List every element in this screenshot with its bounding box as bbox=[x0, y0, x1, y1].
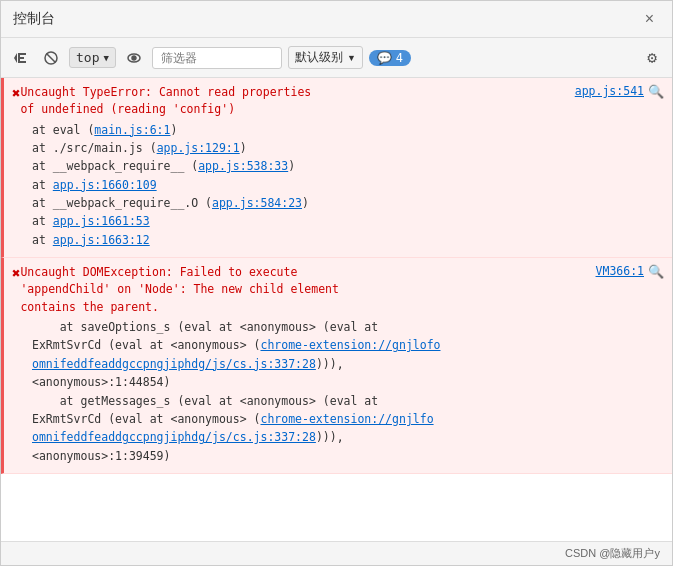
stack-link[interactable]: app.js:129:1 bbox=[157, 141, 240, 155]
error-block-1: ✖ Uncaught TypeError: Cannot read proper… bbox=[1, 78, 672, 258]
stack-link[interactable]: app.js:1663:12 bbox=[53, 233, 150, 247]
stack-line: at __webpack_require__.O (app.js:584:23) bbox=[32, 194, 664, 212]
stack-link[interactable]: app.js:1661:53 bbox=[53, 214, 150, 228]
issue-icon: 💬 bbox=[377, 51, 392, 65]
stack-link[interactable]: app.js:538:33 bbox=[198, 159, 288, 173]
frame-dropdown-arrow: ▼ bbox=[103, 53, 108, 63]
toolbar: top ▼ 默认级别 ▼ 💬 4 ⚙ bbox=[1, 38, 672, 78]
stack-link[interactable]: omnifeddfeaddgccpngjiphdg/js/cs.js:337:2… bbox=[32, 357, 316, 371]
svg-line-1 bbox=[47, 53, 56, 62]
stack-link[interactable]: chrome-extension://gnjlfo bbox=[260, 412, 433, 426]
error-icon-1: ✖ bbox=[12, 85, 20, 119]
error-message-1: Uncaught TypeError: Cannot read properti… bbox=[20, 84, 566, 119]
stack-link[interactable]: chrome-extension://gnjlofo bbox=[260, 338, 440, 352]
issue-badge[interactable]: 💬 4 bbox=[369, 50, 411, 66]
level-selector[interactable]: 默认级别 ▼ bbox=[288, 46, 363, 69]
footer-text: CSDN @隐藏用户y bbox=[565, 547, 660, 559]
stack-line: at app.js:1663:12 bbox=[32, 231, 664, 249]
level-label: 默认级别 bbox=[295, 49, 343, 66]
error-message-2: Uncaught DOMException: Failed to execute… bbox=[20, 264, 587, 316]
footer: CSDN @隐藏用户y bbox=[1, 541, 672, 565]
frame-selector[interactable]: top ▼ bbox=[69, 47, 116, 68]
stack-line: at getMessages_s (eval at <anonymous> (e… bbox=[32, 392, 664, 410]
stack-line: omnifeddfeaddgccpngjiphdg/js/cs.js:337:2… bbox=[32, 355, 664, 373]
stack-line: ExRmtSvrCd (eval at <anonymous> (chrome-… bbox=[32, 336, 664, 354]
error-stack-1: at eval (main.js:6:1) at ./src/main.js (… bbox=[12, 121, 664, 250]
error-location-2[interactable]: VM366:1 bbox=[596, 264, 644, 278]
block-icon[interactable] bbox=[39, 46, 63, 70]
stack-link[interactable]: omnifeddfeaddgccpngjiphdg/js/cs.js:337:2… bbox=[32, 430, 316, 444]
search-icon-2[interactable]: 🔍 bbox=[648, 264, 664, 279]
back-icon[interactable] bbox=[9, 46, 33, 70]
window-title: 控制台 bbox=[13, 10, 55, 28]
stack-line: at app.js:1661:53 bbox=[32, 212, 664, 230]
stack-line: omnifeddfeaddgccpngjiphdg/js/cs.js:337:2… bbox=[32, 428, 664, 446]
stack-line: at eval (main.js:6:1) bbox=[32, 121, 664, 139]
svg-point-3 bbox=[132, 56, 136, 60]
stack-line: at ./src/main.js (app.js:129:1) bbox=[32, 139, 664, 157]
stack-link[interactable]: app.js:1660:109 bbox=[53, 178, 157, 192]
console-content: ✖ Uncaught TypeError: Cannot read proper… bbox=[1, 78, 672, 541]
search-icon-1[interactable]: 🔍 bbox=[648, 84, 664, 99]
eye-icon[interactable] bbox=[122, 46, 146, 70]
stack-line: <anonymous>:1:39459) bbox=[32, 447, 664, 465]
filter-input[interactable] bbox=[152, 47, 282, 69]
stack-line: ExRmtSvrCd (eval at <anonymous> (chrome-… bbox=[32, 410, 664, 428]
gear-icon[interactable]: ⚙ bbox=[640, 46, 664, 70]
stack-line: at saveOptions_s (eval at <anonymous> (e… bbox=[32, 318, 664, 336]
stack-line: <anonymous>:1:44854) bbox=[32, 373, 664, 391]
title-bar: 控制台 × bbox=[1, 1, 672, 38]
stack-line: at __webpack_require__ (app.js:538:33) bbox=[32, 157, 664, 175]
issue-count: 4 bbox=[396, 51, 403, 65]
stack-link[interactable]: main.js:6:1 bbox=[94, 123, 170, 137]
error-icon-2: ✖ bbox=[12, 265, 20, 316]
frame-label: top bbox=[76, 50, 99, 65]
stack-link[interactable]: app.js:584:23 bbox=[212, 196, 302, 210]
level-arrow: ▼ bbox=[347, 53, 356, 63]
error-block-2: ✖ Uncaught DOMException: Failed to execu… bbox=[1, 258, 672, 474]
stack-line: at app.js:1660:109 bbox=[32, 176, 664, 194]
error-stack-2: at saveOptions_s (eval at <anonymous> (e… bbox=[12, 318, 664, 465]
devtools-window: 控制台 × top ▼ 默认级别 ▼ bbox=[0, 0, 673, 566]
close-button[interactable]: × bbox=[639, 9, 660, 29]
error-location-1[interactable]: app.js:541 bbox=[575, 84, 644, 98]
